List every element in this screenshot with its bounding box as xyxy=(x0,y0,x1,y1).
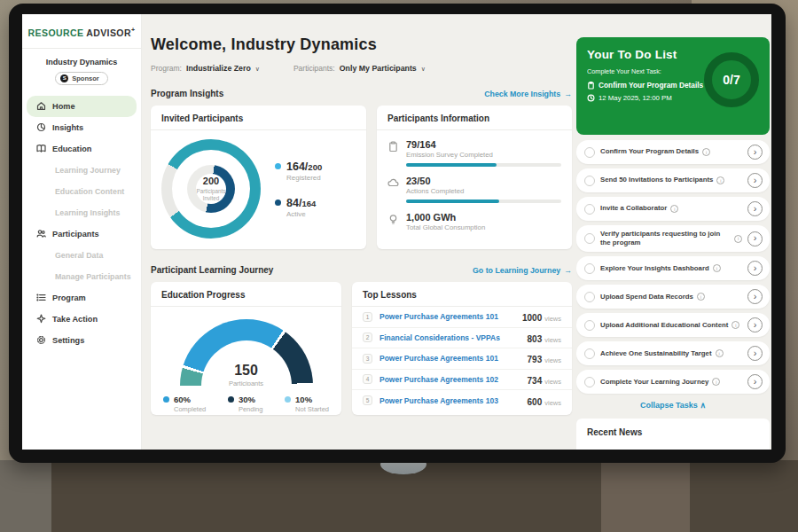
todo-item[interactable]: Invite a Collaboratori › xyxy=(576,197,770,221)
checkbox[interactable] xyxy=(584,263,595,274)
info-icon[interactable]: i xyxy=(734,235,742,243)
legend-dot xyxy=(275,200,281,206)
monitor-bezel: RESOURCE ADVISOR+ Industry Dynamics S Sp… xyxy=(9,4,786,463)
donut-legend: 164/200 Registered 84/164 Active xyxy=(275,160,322,218)
lesson-row: 5 Power Purchase Agreements 103 600views xyxy=(352,390,572,411)
info-icon[interactable]: i xyxy=(732,321,739,329)
todo-item[interactable]: Explore Your Insights Dashboardi › xyxy=(576,256,770,280)
todo-item[interactable]: Achieve One Sustainability Targeti › xyxy=(576,341,770,365)
book-icon xyxy=(36,144,46,153)
todo-item[interactable]: Send 50 Invitations to Participantsi › xyxy=(576,168,770,192)
sponsor-badge[interactable]: S Sponsor xyxy=(55,72,107,85)
todo-item[interactable]: Verify participants requesting to join t… xyxy=(576,225,770,252)
gauge-center-label: Participants xyxy=(180,379,313,386)
checkbox[interactable] xyxy=(584,176,595,186)
info-icon[interactable]: i xyxy=(716,349,724,357)
checkbox[interactable] xyxy=(584,348,595,359)
card-title: Participants Information xyxy=(377,106,572,130)
collapse-tasks-link[interactable]: Collapse Tasks ∧ xyxy=(576,401,770,410)
participants-value: Only My Participants xyxy=(340,64,417,73)
people-icon xyxy=(36,229,46,239)
todo-item[interactable]: Complete Your Learning Journeyi › xyxy=(576,370,770,394)
filter-bar: Program:Industrialize Zero∨ Participants… xyxy=(151,64,572,73)
donut-center-value: 200 xyxy=(203,176,219,186)
logo-primary: RESOURCE xyxy=(28,27,84,38)
open-task-button[interactable]: › xyxy=(747,231,763,246)
checkbox[interactable] xyxy=(584,204,595,215)
sidebar-item-participants[interactable]: Participants xyxy=(22,223,141,245)
lesson-link[interactable]: Power Purchase Agreements 102 xyxy=(379,375,520,384)
lesson-link[interactable]: Power Purchase Agreements 101 xyxy=(379,312,515,321)
todo-item[interactable]: Upload Spend Data Recordsi › xyxy=(576,285,770,309)
legend-item-not-started: 10%Not Started xyxy=(285,395,329,413)
gauge-legend: 60%Completed 30%Pending 10%Not Started xyxy=(151,386,341,413)
sidebar-item-home[interactable]: Home xyxy=(27,96,137,117)
open-task-button[interactable]: › xyxy=(747,261,763,276)
sidebar-item-education-content[interactable]: Education Content xyxy=(22,181,141,202)
info-icon[interactable]: i xyxy=(670,205,678,213)
chevron-up-icon: ∧ xyxy=(700,401,706,410)
rank-badge: 5 xyxy=(363,395,372,405)
program-insights-header: Program Insights Check More Insights→ xyxy=(151,89,572,98)
sidebar-item-insights[interactable]: Insights xyxy=(22,117,141,138)
sidebar-item-program[interactable]: Program xyxy=(22,287,141,309)
open-task-button[interactable]: › xyxy=(747,173,763,188)
todo-item[interactable]: Upload Additional Educational Contenti › xyxy=(576,313,770,337)
rank-badge: 4 xyxy=(363,374,372,384)
section-title: Participant Learning Journey xyxy=(151,265,273,275)
background-desk-left xyxy=(0,460,51,532)
info-icon[interactable]: i xyxy=(712,378,720,386)
learning-journey-header: Participant Learning Journey Go to Learn… xyxy=(151,265,572,275)
background-desk-strip xyxy=(601,460,690,532)
stat-actions: 23/50 Actions Completed xyxy=(387,176,561,203)
sidebar-item-take-action[interactable]: Take Action xyxy=(22,309,141,330)
open-task-button[interactable]: › xyxy=(747,374,763,389)
app-logo: RESOURCE ADVISOR+ xyxy=(22,14,141,38)
legend-dot xyxy=(163,396,169,403)
chevron-down-icon: ∨ xyxy=(255,66,260,72)
sidebar-item-settings[interactable]: Settings xyxy=(22,330,141,351)
check-more-insights-link[interactable]: Check More Insights→ xyxy=(484,90,572,98)
lesson-link[interactable]: Power Purchase Agreements 103 xyxy=(379,396,520,405)
checkbox[interactable] xyxy=(584,377,595,387)
sidebar-item-learning-insights[interactable]: Learning Insights xyxy=(22,202,141,223)
open-task-button[interactable]: › xyxy=(747,201,763,216)
legend-item-active: 84/164 Active xyxy=(275,197,322,218)
program-select[interactable]: Program:Industrialize Zero∨ xyxy=(151,64,260,73)
checkbox[interactable] xyxy=(584,233,595,244)
todo-panel: Your To Do List Complete Your Next Task:… xyxy=(576,14,770,450)
sidebar-item-general-data[interactable]: General Data xyxy=(22,245,141,266)
participants-select[interactable]: Participants:Only My Participants∨ xyxy=(293,64,426,73)
insights-cards-row: Invited Participants 200 Participants In… xyxy=(151,106,572,249)
insights-icon xyxy=(36,122,46,132)
checkbox[interactable] xyxy=(584,320,595,331)
open-task-button[interactable]: › xyxy=(747,289,763,304)
go-to-learning-journey-link[interactable]: Go to Learning Journey→ xyxy=(473,266,572,275)
lesson-link[interactable]: Financial Considerations - VPPAs xyxy=(379,333,520,342)
open-task-button[interactable]: › xyxy=(747,346,763,361)
todo-hero-card: Your To Do List Complete Your Next Task:… xyxy=(576,37,770,135)
legend-item-pending: 30%Pending xyxy=(228,395,263,413)
top-lessons-card: Top Lessons 1 Power Purchase Agreements … xyxy=(352,282,572,415)
checkbox[interactable] xyxy=(584,147,595,158)
info-icon[interactable]: i xyxy=(697,293,705,301)
rank-badge: 1 xyxy=(363,312,372,322)
open-task-button[interactable]: › xyxy=(747,317,763,332)
info-icon[interactable]: i xyxy=(713,264,721,272)
sidebar-item-label: Take Action xyxy=(52,315,98,324)
list-icon xyxy=(36,293,46,302)
invited-participants-card: Invited Participants 200 Participants In… xyxy=(151,106,366,249)
sidebar-item-manage-participants[interactable]: Manage Participants xyxy=(22,266,141,287)
info-icon[interactable]: i xyxy=(702,148,710,156)
open-task-button[interactable]: › xyxy=(747,145,763,160)
checkbox[interactable] xyxy=(584,292,595,302)
legend-dot xyxy=(285,396,291,403)
info-icon[interactable]: i xyxy=(716,176,724,184)
sidebar-item-learning-journey[interactable]: Learning Journey xyxy=(22,160,141,181)
lesson-link[interactable]: Power Purchase Agreements 101 xyxy=(379,354,520,363)
progress-track xyxy=(406,163,561,167)
todo-item[interactable]: Confirm Your Program Detailsi › xyxy=(576,140,770,164)
sidebar-item-label: Manage Participants xyxy=(55,272,131,281)
sidebar-item-education[interactable]: Education xyxy=(22,138,141,160)
sidebar-item-label: Program xyxy=(52,293,86,302)
